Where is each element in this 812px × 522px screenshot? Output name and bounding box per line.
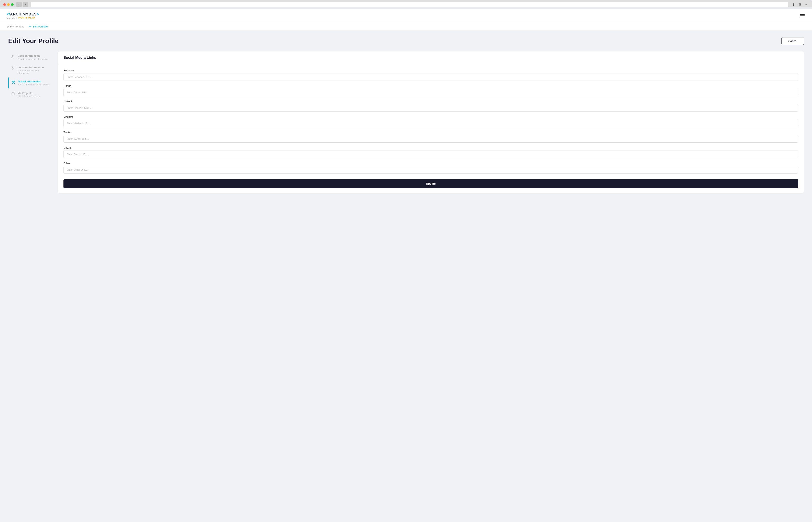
new-tab-button[interactable]: +: [804, 2, 809, 7]
logo-guild: GUILD: [6, 17, 16, 19]
cancel-button[interactable]: Cancel: [781, 37, 804, 45]
sidebar-basic-content: Basic Information Provide your basic inf…: [18, 54, 47, 60]
top-nav: </ARCHIMYDES> GUILD | PORTFOLIO: [0, 9, 812, 22]
nav-buttons: ‹ ›: [16, 2, 28, 7]
input-medium[interactable]: [63, 120, 798, 127]
edit-portfolio-label: Edit Portfolio: [33, 25, 48, 28]
logo-sep: |: [16, 17, 19, 19]
svg-line-11: [14, 83, 14, 83]
sidebar-basic-title: Basic Information: [18, 54, 47, 57]
address-bar[interactable]: [31, 2, 788, 7]
svg-line-8: [13, 81, 14, 82]
content-layout: Basic Information Provide your basic inf…: [8, 52, 804, 193]
sidebar-projects-title: My Projects: [18, 92, 40, 95]
traffic-lights: [3, 3, 14, 6]
input-other[interactable]: [63, 166, 798, 174]
back-button[interactable]: ‹: [16, 2, 22, 7]
form-group-behance: Behance: [63, 69, 798, 81]
form-group-devto: Dev.to: [63, 146, 798, 158]
sidebar-item-social-information[interactable]: Social Information Add your various soci…: [8, 77, 53, 89]
svg-point-2: [13, 67, 13, 68]
pencil-icon: ✏: [29, 25, 32, 28]
logo-portfolio: PORTFOLIO: [19, 17, 35, 19]
share-button[interactable]: ⬆: [791, 2, 796, 7]
update-button[interactable]: Update: [63, 179, 798, 188]
logo-area: </ARCHIMYDES> GUILD | PORTFOLIO: [6, 12, 39, 19]
form-group-twitter: Twitter: [63, 131, 798, 143]
browser-toolbar: ‹ › ⬆ ⧉ +: [3, 2, 809, 7]
svg-point-3: [13, 82, 14, 83]
label-medium: Medium: [63, 115, 798, 118]
sidebar-social-title: Social Information: [18, 80, 49, 83]
label-linkedin: Linkedin: [63, 100, 798, 103]
svg-rect-12: [12, 93, 15, 95]
page-header: Edit Your Profile Cancel: [8, 37, 804, 45]
label-twitter: Twitter: [63, 131, 798, 134]
sidebar-item-my-projects[interactable]: My Projects Highlight your projects: [8, 89, 53, 100]
sidebar-location-title: Location Information: [18, 66, 50, 69]
input-behance[interactable]: [63, 73, 798, 81]
sidebar-location-content: Location Information Enter current locat…: [18, 66, 50, 74]
logo-bracket-close: >: [37, 12, 39, 16]
form-group-github: Github: [63, 84, 798, 96]
logo-subtitle: GUILD | PORTFOLIO: [6, 17, 39, 19]
svg-line-10: [13, 83, 14, 83]
svg-point-6: [12, 83, 13, 84]
sidebar-social-subtitle: Add your various social handles: [18, 83, 49, 86]
svg-point-1: [12, 57, 13, 58]
label-other: Other: [63, 162, 798, 165]
logo-bracket-open: </: [6, 12, 10, 16]
svg-line-9: [14, 81, 14, 82]
sidebar-item-basic-information[interactable]: Basic Information Provide your basic inf…: [8, 52, 53, 63]
sidebar-social-content: Social Information Add your various soci…: [18, 80, 49, 86]
sub-nav: ⊙ My Portfolio ✏ Edit Portfolio: [0, 22, 812, 31]
sub-nav-edit-portfolio[interactable]: ✏ Edit Portfolio: [29, 25, 48, 28]
form-panel-header: Social Media Links: [58, 52, 804, 64]
svg-point-4: [12, 81, 13, 81]
person-circle-icon: ⊙: [6, 25, 9, 28]
input-devto[interactable]: [63, 150, 798, 158]
form-group-linkedin: Linkedin: [63, 100, 798, 112]
sidebar-item-location-information[interactable]: Location Information Enter current locat…: [8, 63, 53, 77]
form-group-medium: Medium: [63, 115, 798, 127]
browser-actions: ⬆ ⧉ +: [791, 2, 809, 7]
main-content: Edit Your Profile Cancel Bas: [0, 31, 812, 522]
form-panel: Social Media Links Behance Github: [58, 52, 804, 193]
form-panel-body: Behance Github Linkedin: [58, 64, 804, 193]
input-twitter[interactable]: [63, 135, 798, 143]
sidebar: Basic Information Provide your basic inf…: [8, 52, 53, 100]
duplicate-button[interactable]: ⧉: [797, 2, 802, 7]
logo-text: </ARCHIMYDES>: [6, 12, 39, 17]
sidebar-projects-content: My Projects Highlight your projects: [18, 92, 40, 97]
sidebar-basic-subtitle: Provide your basic information: [18, 58, 47, 60]
location-icon: [11, 66, 15, 71]
input-github[interactable]: [63, 89, 798, 96]
sidebar-projects-subtitle: Highlight your projects: [18, 95, 40, 97]
page-title: Edit Your Profile: [8, 37, 59, 45]
form-group-other: Other: [63, 162, 798, 174]
svg-point-0: [12, 55, 14, 57]
hamburger-line-2: [800, 16, 805, 16]
input-linkedin[interactable]: [63, 104, 798, 112]
form-panel-title: Social Media Links: [63, 56, 798, 60]
hamburger-line-3: [800, 17, 805, 17]
label-devto: Dev.to: [63, 146, 798, 149]
logo-name: ARCHIMYDES: [10, 12, 37, 16]
svg-point-5: [14, 81, 15, 81]
hamburger-button[interactable]: [799, 14, 806, 18]
browser-chrome: ‹ › ⬆ ⧉ +: [0, 0, 812, 7]
social-icon: [11, 80, 16, 85]
person-icon: [11, 55, 15, 59]
label-github: Github: [63, 84, 798, 87]
sub-nav-my-portfolio[interactable]: ⊙ My Portfolio: [6, 25, 24, 28]
traffic-light-red[interactable]: [3, 3, 6, 6]
traffic-light-yellow[interactable]: [7, 3, 10, 6]
traffic-light-green[interactable]: [11, 3, 14, 6]
sidebar-location-subtitle: Enter current location information: [18, 69, 50, 74]
hamburger-line-1: [800, 14, 805, 15]
svg-point-7: [14, 83, 15, 84]
label-behance: Behance: [63, 69, 798, 72]
briefcase-icon: [11, 92, 15, 97]
forward-button[interactable]: ›: [23, 2, 28, 7]
page-wrapper: </ARCHIMYDES> GUILD | PORTFOLIO ⊙ My Por…: [0, 9, 812, 522]
